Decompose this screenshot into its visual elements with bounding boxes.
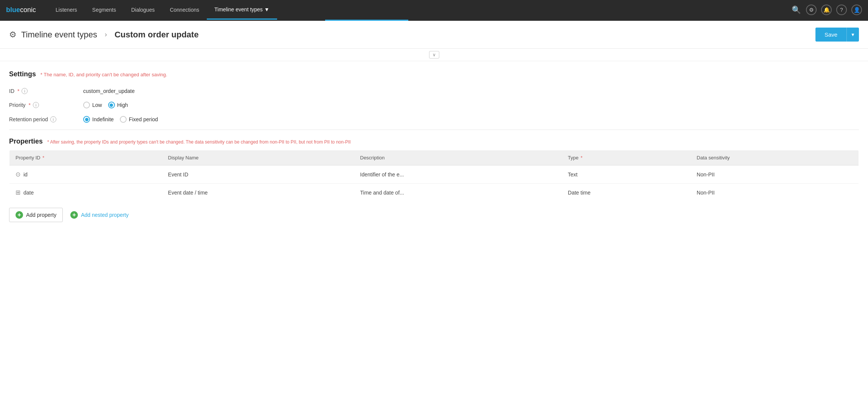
properties-table-header-row: Property ID * Display Name Description T…	[9, 150, 859, 165]
nav-right: 🔍 ⚙ 🔔 ? 👤	[791, 5, 862, 15]
retention-fixed-radio[interactable]	[120, 116, 127, 123]
priority-low-label: Low	[92, 102, 102, 108]
search-icon[interactable]: 🔍	[791, 5, 801, 15]
col-type: Type *	[562, 150, 691, 165]
priority-high-option[interactable]: High	[108, 102, 128, 108]
col-data-sensitivity: Data sensitivity	[691, 150, 859, 165]
priority-low-radio[interactable]	[83, 102, 90, 108]
footer-actions: + Add property + Add nested property	[9, 208, 859, 222]
id-row-id-value: id	[23, 171, 28, 178]
date-row-sensitivity: Non-PII	[691, 184, 859, 202]
table-row: ⊙ id Event ID Identifier of the e... Tex…	[9, 165, 859, 184]
col-property-id: Property ID *	[9, 150, 162, 165]
nav-item-segments[interactable]: Segments	[85, 0, 124, 20]
nav-items: Listeners Segments Dialogues Connections…	[48, 0, 791, 20]
logo: blueconic	[6, 6, 36, 14]
priority-radio-group: Low High	[83, 102, 128, 108]
col-description: Description	[354, 150, 562, 165]
date-row-icon: ⊞	[16, 189, 20, 196]
retention-row: Retention period i Indefinite Fixed peri…	[9, 112, 859, 127]
property-date-cell: ⊞ date	[9, 184, 162, 202]
id-label-text: ID	[9, 88, 14, 94]
settings-note-text: The name, ID, and priority can't be chan…	[43, 72, 167, 77]
logo-blue: blue	[6, 6, 20, 14]
id-row-display-name: Event ID	[162, 165, 354, 184]
breadcrumb-current: Custom order update	[115, 30, 198, 40]
date-row-description: Time and date of...	[354, 184, 562, 202]
id-label: ID * i	[9, 88, 77, 94]
priority-high-label: High	[117, 102, 128, 108]
priority-required-star: *	[29, 102, 31, 108]
table-row: ⊞ date Event date / time Time and date o…	[9, 184, 859, 202]
help-icon[interactable]: ?	[836, 5, 847, 15]
notifications-icon[interactable]: 🔔	[821, 5, 832, 15]
settings-note: * The name, ID, and priority can't be ch…	[40, 72, 167, 77]
nav-item-timeline-event-types[interactable]: Timeline event types ▼	[207, 0, 277, 20]
priority-high-radio[interactable]	[108, 102, 115, 108]
priority-label-text: Priority	[9, 102, 26, 108]
breadcrumb-title: Timeline event types	[21, 30, 97, 40]
priority-info-icon[interactable]: i	[33, 102, 39, 108]
properties-table-head: Property ID * Display Name Description T…	[9, 150, 859, 165]
priority-low-option[interactable]: Low	[83, 102, 102, 108]
retention-info-icon[interactable]: i	[50, 116, 56, 122]
retention-radio-group: Indefinite Fixed period	[83, 116, 158, 123]
col-display-name: Display Name	[162, 150, 354, 165]
add-nested-label: Add nested property	[81, 212, 129, 218]
collapse-button[interactable]: ∨	[429, 51, 439, 59]
page-header: ⚙ Timeline event types › Custom order up…	[0, 21, 868, 49]
retention-indefinite-label: Indefinite	[92, 116, 114, 122]
logo-conic: conic	[20, 6, 36, 14]
save-button[interactable]: Save	[815, 28, 846, 42]
date-row-id-value: date	[23, 190, 34, 196]
properties-note-text: After saving, the property IDs and prope…	[50, 139, 350, 145]
properties-title: Properties	[9, 137, 43, 145]
property-id-cell: ⊙ id	[9, 165, 162, 184]
nav-item-dialogues[interactable]: Dialogues	[124, 0, 162, 20]
id-row-type: Text	[562, 165, 691, 184]
nav-item-listeners[interactable]: Listeners	[48, 0, 85, 20]
id-row-sensitivity: Non-PII	[691, 165, 859, 184]
user-icon[interactable]: 👤	[851, 5, 862, 15]
retention-fixed-option[interactable]: Fixed period	[120, 116, 158, 123]
priority-label: Priority * i	[9, 102, 77, 108]
collapse-row: ∨	[0, 49, 868, 61]
properties-table-body: ⊙ id Event ID Identifier of the e... Tex…	[9, 165, 859, 202]
save-dropdown-arrow[interactable]: ▼	[846, 28, 859, 42]
add-property-button[interactable]: + Add property	[9, 208, 63, 222]
add-property-plus-icon: +	[16, 211, 23, 219]
settings-icon[interactable]: ⚙	[806, 5, 817, 15]
save-button-group: Save ▼	[815, 28, 859, 42]
properties-note: * After saving, the property IDs and pro…	[47, 139, 351, 145]
id-info-icon[interactable]: i	[22, 88, 28, 94]
add-nested-plus-icon: +	[70, 211, 78, 219]
date-row-type: Date time	[562, 184, 691, 202]
retention-indefinite-option[interactable]: Indefinite	[83, 116, 114, 123]
retention-label: Retention period i	[9, 116, 77, 122]
id-row: ID * i custom_order_update	[9, 84, 859, 98]
nav-item-connections[interactable]: Connections	[162, 0, 207, 20]
add-property-label: Add property	[26, 212, 56, 218]
add-nested-property-button[interactable]: + Add nested property	[70, 211, 129, 219]
properties-section-header: Properties * After saving, the property …	[9, 137, 859, 145]
settings-section-header: Settings * The name, ID, and priority ca…	[9, 70, 859, 78]
properties-table: Property ID * Display Name Description T…	[9, 150, 859, 202]
section-divider	[9, 130, 859, 130]
retention-label-text: Retention period	[9, 116, 48, 122]
priority-row: Priority * i Low High	[9, 98, 859, 112]
retention-fixed-label: Fixed period	[129, 116, 158, 122]
page-header-icon: ⚙	[9, 30, 17, 40]
id-row-description: Identifier of the e...	[354, 165, 562, 184]
properties-note-star: *	[47, 139, 49, 145]
page-header-left: ⚙ Timeline event types › Custom order up…	[9, 30, 815, 40]
id-value: custom_order_update	[83, 88, 135, 94]
retention-indefinite-radio[interactable]	[83, 116, 90, 123]
prop-id-cell-inner: ⊙ id	[16, 171, 156, 178]
breadcrumb-arrow: ›	[105, 31, 107, 39]
settings-note-star: *	[40, 72, 42, 77]
id-row-icon: ⊙	[16, 171, 20, 178]
id-required-star: *	[17, 88, 19, 94]
prop-date-cell-inner: ⊞ date	[16, 189, 156, 196]
navigation: blueconic Listeners Segments Dialogues C…	[0, 0, 868, 21]
main-content: Settings * The name, ID, and priority ca…	[0, 61, 868, 231]
